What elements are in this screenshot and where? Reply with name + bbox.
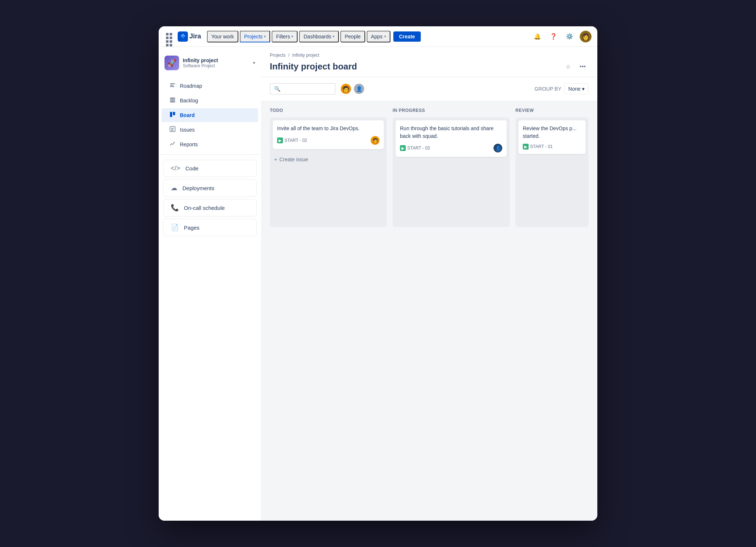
star-button[interactable]: ☆ bbox=[562, 61, 574, 72]
sidebar-item-roadmap[interactable]: Roadmap bbox=[162, 79, 258, 93]
svg-rect-10 bbox=[171, 128, 174, 129]
breadcrumb-project[interactable]: Infinity project bbox=[292, 53, 319, 58]
notifications-icon[interactable]: 🔔 bbox=[532, 31, 543, 42]
card-start-03-id: ▶ START - 03 bbox=[400, 145, 430, 151]
search-icon: 🔍 bbox=[274, 86, 280, 92]
column-inprogress-cards: Run through the basic tutorials and shar… bbox=[393, 117, 510, 227]
page-title-row: Infinity project board ☆ ••• bbox=[270, 61, 589, 77]
nav-people[interactable]: People bbox=[340, 31, 365, 42]
grid-icon[interactable] bbox=[165, 31, 175, 42]
projects-chevron-icon: ▾ bbox=[264, 34, 266, 38]
filters-chevron-icon: ▾ bbox=[291, 34, 293, 38]
svg-rect-3 bbox=[170, 86, 174, 87]
sidebar-item-board[interactable]: Board bbox=[162, 108, 258, 122]
user-avatar[interactable]: 👩 bbox=[580, 31, 591, 42]
project-chevron-icon: ▾ bbox=[253, 60, 255, 65]
main-layout: 🚀 Infinity project Software Project ▾ bbox=[159, 47, 597, 521]
column-review: REVIEW Review the DevOps p... started. ▶… bbox=[515, 106, 589, 227]
card-start-03-assignee: 👤 bbox=[494, 144, 502, 152]
sidebar-item-backlog[interactable]: Backlog bbox=[162, 94, 258, 107]
card-start-03[interactable]: Run through the basic tutorials and shar… bbox=[396, 120, 507, 157]
settings-icon[interactable]: ⚙️ bbox=[564, 31, 575, 42]
svg-rect-8 bbox=[173, 112, 175, 115]
nav-dashboards[interactable]: Dashboards ▾ bbox=[299, 31, 339, 42]
card-start-03-text: Run through the basic tutorials and shar… bbox=[400, 125, 502, 140]
sidebar-item-reports[interactable]: Reports bbox=[162, 137, 258, 151]
svg-rect-11 bbox=[171, 129, 173, 130]
svg-rect-5 bbox=[170, 99, 175, 101]
jira-logo-text: Jira bbox=[189, 33, 201, 40]
issue-type-icon-3: ▶ bbox=[523, 144, 529, 150]
project-name: Infinity project bbox=[183, 57, 253, 63]
nav-apps[interactable]: Apps ▾ bbox=[367, 31, 390, 42]
sidebar-item-oncall[interactable]: 📞 On-call schedule bbox=[163, 199, 257, 216]
card-start-02[interactable]: Invite all of the team to Jira DevOps. ▶… bbox=[273, 120, 384, 149]
board-icon bbox=[169, 111, 176, 119]
column-todo-header: TODO bbox=[270, 106, 387, 114]
svg-rect-2 bbox=[170, 85, 174, 86]
breadcrumb-projects[interactable]: Projects bbox=[270, 53, 286, 58]
sidebar-bottom: </> Code ☁ Deployments 📞 On-call schedul… bbox=[159, 154, 261, 236]
card-start-01-id: ▶ START - 01 bbox=[523, 144, 553, 150]
board: TODO Invite all of the team to Jira DevO… bbox=[261, 101, 597, 236]
dashboards-chevron-icon: ▾ bbox=[333, 34, 334, 38]
svg-rect-7 bbox=[170, 112, 172, 117]
nav-your-work[interactable]: Your work bbox=[207, 31, 238, 42]
svg-rect-1 bbox=[170, 83, 175, 84]
card-start-02-assignee: 🧑 bbox=[371, 136, 379, 145]
sidebar-nav: Roadmap Backlog bbox=[159, 79, 261, 151]
sidebar-item-pages[interactable]: 📄 Pages bbox=[163, 219, 257, 236]
user-avatar-1[interactable]: 🧑 bbox=[340, 83, 352, 95]
project-header[interactable]: 🚀 Infinity project Software Project ▾ bbox=[159, 53, 261, 73]
content-header: Projects / Infinity project Infinity pro… bbox=[261, 47, 597, 77]
sidebar: 🚀 Infinity project Software Project ▾ bbox=[159, 47, 261, 521]
svg-rect-4 bbox=[170, 98, 175, 99]
issues-icon bbox=[169, 126, 176, 134]
backlog-icon bbox=[169, 97, 176, 105]
user-avatar-2[interactable]: 👤 bbox=[353, 83, 365, 95]
project-info: Infinity project Software Project bbox=[183, 57, 253, 68]
issue-type-icon-2: ▶ bbox=[400, 145, 406, 151]
apps-chevron-icon: ▾ bbox=[384, 34, 386, 38]
main-content: Projects / Infinity project Infinity pro… bbox=[261, 47, 597, 521]
avatar-row: 🧑 👤 bbox=[340, 83, 365, 95]
deployments-icon: ☁ bbox=[171, 184, 177, 192]
sidebar-item-issues[interactable]: Issues bbox=[162, 123, 258, 137]
sidebar-item-deployments[interactable]: ☁ Deployments bbox=[163, 179, 257, 197]
column-inprogress: IN PROGRESS Run through the basic tutori… bbox=[393, 106, 510, 227]
card-start-03-footer: ▶ START - 03 👤 bbox=[400, 144, 502, 152]
breadcrumb: Projects / Infinity project bbox=[270, 53, 589, 58]
search-box: 🔍 bbox=[270, 83, 336, 95]
project-type: Software Project bbox=[183, 63, 253, 68]
svg-rect-12 bbox=[171, 130, 174, 131]
more-options-button[interactable]: ••• bbox=[577, 61, 589, 72]
toolbar-right: GROUP BY None ▾ bbox=[534, 83, 589, 94]
column-review-header: REVIEW bbox=[515, 106, 589, 114]
create-button[interactable]: Create bbox=[393, 31, 421, 42]
column-todo-cards: Invite all of the team to Jira DevOps. ▶… bbox=[270, 117, 387, 227]
card-start-01[interactable]: Review the DevOps p... started. ▶ START … bbox=[518, 120, 586, 154]
issue-type-icon: ▶ bbox=[277, 137, 283, 143]
card-start-02-footer: ▶ START - 02 🧑 bbox=[277, 136, 379, 145]
group-by-label: GROUP BY bbox=[534, 86, 562, 92]
group-by-select[interactable]: None ▾ bbox=[564, 83, 589, 94]
nav-projects[interactable]: Projects ▾ bbox=[240, 31, 271, 42]
plus-icon: + bbox=[274, 156, 277, 162]
column-inprogress-header: IN PROGRESS bbox=[393, 106, 510, 114]
reports-icon bbox=[169, 140, 176, 148]
sidebar-item-code[interactable]: </> Code bbox=[163, 160, 257, 177]
help-icon[interactable]: ❓ bbox=[548, 31, 559, 42]
page-actions: ☆ ••• bbox=[562, 61, 589, 72]
search-input[interactable] bbox=[283, 86, 331, 92]
card-start-02-id: ▶ START - 02 bbox=[277, 137, 307, 143]
roadmap-icon bbox=[169, 82, 176, 90]
board-toolbar: 🔍 🧑 👤 GROUP BY None ▾ bbox=[261, 77, 597, 101]
card-start-02-text: Invite all of the team to Jira DevOps. bbox=[277, 125, 379, 132]
create-issue-button[interactable]: + Create issue bbox=[273, 154, 384, 165]
jira-logo[interactable]: Jira bbox=[178, 31, 201, 42]
nav-items: Your work Projects ▾ Filters ▾ Dashboard… bbox=[207, 31, 526, 42]
nav-filters[interactable]: Filters ▾ bbox=[272, 31, 298, 42]
column-todo: TODO Invite all of the team to Jira DevO… bbox=[270, 106, 387, 227]
code-icon: </> bbox=[171, 165, 180, 172]
group-by-chevron-icon: ▾ bbox=[582, 86, 585, 92]
